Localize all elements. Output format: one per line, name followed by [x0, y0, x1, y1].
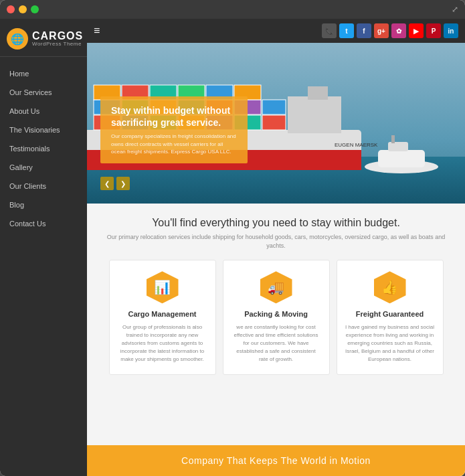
sidebar: 🌐 CARGOS WordPress Theme Home Our Servic…: [0, 19, 87, 476]
sidebar-item-visionaries[interactable]: The Visionaries: [0, 120, 87, 139]
logo-globe-icon: 🌐: [7, 28, 28, 50]
svg-rect-28: [388, 142, 408, 151]
expand-icon[interactable]: ⤢: [452, 5, 458, 14]
browser-titlebar: ⤢: [0, 0, 465, 19]
hero-background: EUGEN MAERSK Stay within budget without …: [87, 43, 465, 204]
card-packing: 🚚 Packing & Moving we are constantly loo…: [223, 260, 330, 375]
sidebar-item-testimonials[interactable]: Testimonials: [0, 139, 87, 157]
youtube-icon[interactable]: ▶: [409, 23, 424, 38]
sidebar-item-gallery[interactable]: Gallery: [0, 157, 87, 176]
close-button[interactable]: [7, 5, 15, 13]
hero-prev-arrow[interactable]: ❮: [100, 177, 114, 190]
browser-window: ⤢ 🌐 CARGOS WordPress Theme Home Our Serv…: [0, 0, 465, 476]
features-subheading: Our primary relocation services include …: [100, 233, 452, 250]
hero-text-box: Stay within budget without sacrificing g…: [100, 96, 248, 163]
linkedin-icon[interactable]: in: [444, 23, 458, 38]
phone-icon[interactable]: 📞: [322, 23, 337, 38]
sidebar-nav: Home Our Services About Us The Visionari…: [0, 57, 87, 476]
freight-icon: 👍: [374, 271, 406, 303]
svg-rect-27: [378, 150, 425, 167]
pinterest-icon[interactable]: P: [426, 23, 441, 38]
top-nav: ≡ 📞 t f g+ ✿ ▶ P in: [87, 19, 465, 43]
card-cargo: 📊 Cargo Management Our group of professi…: [109, 260, 216, 375]
hero-next-arrow[interactable]: ❯: [116, 177, 130, 190]
svg-text:EUGEN MAERSK: EUGEN MAERSK: [335, 142, 378, 148]
hero-subtext: Our company specializes in freight conso…: [111, 133, 237, 155]
card-cargo-title: Cargo Management: [118, 310, 207, 318]
googleplus-icon[interactable]: g+: [374, 23, 389, 38]
svg-rect-4: [288, 96, 341, 133]
sidebar-item-home[interactable]: Home: [0, 64, 87, 82]
svg-rect-29: [391, 135, 395, 143]
logo-title: CARGOS: [32, 30, 83, 42]
maximize-button[interactable]: [31, 5, 39, 13]
main-content: ≡ 📞 t f g+ ✿ ▶ P in: [87, 19, 465, 476]
card-packing-title: Packing & Moving: [231, 310, 321, 318]
facebook-icon[interactable]: f: [357, 23, 371, 38]
logo-text-wrap: CARGOS WordPress Theme: [32, 30, 83, 48]
card-cargo-desc: Our group of professionals is also train…: [118, 323, 207, 364]
cards-row: 📊 Cargo Management Our group of professi…: [100, 260, 452, 375]
svg-rect-19: [262, 100, 286, 114]
cargo-icon: 📊: [147, 271, 179, 303]
instagram-icon[interactable]: ✿: [391, 23, 406, 38]
hero-arrows: ❮ ❯: [100, 177, 130, 190]
sidebar-item-clients[interactable]: Our Clients: [0, 176, 87, 195]
packing-icon: 🚚: [260, 271, 292, 303]
hero-section: EUGEN MAERSK Stay within budget without …: [87, 43, 465, 204]
card-freight-title: Freight Guaranteed: [345, 310, 435, 318]
minimize-button[interactable]: [19, 5, 27, 13]
sidebar-item-about[interactable]: About Us: [0, 101, 87, 120]
card-packing-desc: we are constantly looking for cost effec…: [231, 323, 321, 364]
hamburger-icon[interactable]: ≡: [94, 25, 100, 37]
sidebar-item-blog[interactable]: Blog: [0, 195, 87, 214]
sidebar-item-services[interactable]: Our Services: [0, 82, 87, 101]
card-freight-desc: I have gained my business and social exp…: [345, 323, 435, 364]
svg-rect-5: [308, 86, 328, 100]
features-section: You'll find everything you need to stay …: [87, 204, 465, 385]
card-freight: 👍 Freight Guaranteed I have gained my bu…: [337, 260, 444, 375]
hero-heading: Stay within budget without sacrificing g…: [111, 104, 237, 129]
twitter-icon[interactable]: t: [339, 23, 354, 38]
social-icons: 📞 t f g+ ✿ ▶ P in: [322, 23, 458, 38]
features-heading: You'll find everything you need to stay …: [100, 217, 452, 229]
footer-banner: Company That Keeps The World in Motion: [87, 445, 465, 476]
logo-subtitle: WordPress Theme: [32, 42, 83, 48]
footer-text: Company That Keeps The World in Motion: [181, 455, 371, 466]
sidebar-logo: 🌐 CARGOS WordPress Theme: [0, 19, 87, 57]
page-layout: 🌐 CARGOS WordPress Theme Home Our Servic…: [0, 19, 465, 476]
sidebar-item-contact[interactable]: Contact Us: [0, 214, 87, 232]
svg-rect-12: [262, 115, 286, 130]
